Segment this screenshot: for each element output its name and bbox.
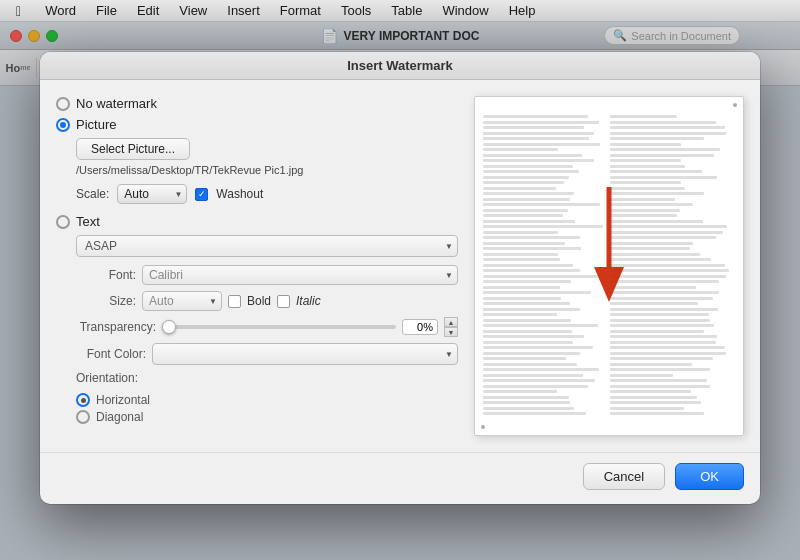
diagonal-label: Diagonal <box>96 410 143 424</box>
orientation-label: Orientation: <box>76 371 138 385</box>
preview-left-column <box>483 115 603 418</box>
text-radio-row: Text <box>56 214 458 229</box>
checkmark-icon: ✓ <box>198 189 206 199</box>
menu-window[interactable]: Window <box>434 0 496 22</box>
menu-format[interactable]: Format <box>272 0 329 22</box>
size-dropdown[interactable]: Auto ▼ <box>142 291 222 311</box>
size-row: Size: Auto ▼ Bold Italic <box>76 291 458 311</box>
cancel-button[interactable]: Cancel <box>583 463 665 490</box>
menu-file[interactable]: File <box>88 0 125 22</box>
horizontal-label: Horizontal <box>96 393 150 407</box>
picture-radio-row: Picture <box>56 117 458 132</box>
transparency-stepper[interactable]: ▲ ▼ <box>444 317 458 337</box>
scale-value: Auto <box>124 187 149 201</box>
text-dropdown-row: ASAP ▼ <box>76 235 458 257</box>
preview-right-column <box>610 115 735 418</box>
orientation-section: Orientation: Horizontal Diagonal <box>76 371 458 424</box>
scale-dropdown[interactable]: Auto ▼ <box>117 184 187 204</box>
file-path-display: /Users/melissa/Desktop/TR/TekRevue Pic1.… <box>76 164 458 176</box>
color-dropdown-arrow-icon: ▼ <box>445 350 453 359</box>
dialog-right-panel <box>474 96 744 436</box>
size-value: Auto <box>149 294 174 308</box>
menu-bar:  Word File Edit View Insert Format Tool… <box>0 0 800 22</box>
washout-label: Washout <box>216 187 263 201</box>
text-value: ASAP <box>85 239 117 253</box>
slider-thumb[interactable] <box>162 320 176 334</box>
scale-label: Scale: <box>76 187 109 201</box>
font-dropdown-arrow-icon: ▼ <box>445 271 453 280</box>
transparency-label: Transparency: <box>76 320 156 334</box>
select-picture-button[interactable]: Select Picture... <box>76 138 190 160</box>
diagonal-option: Diagonal <box>76 410 458 424</box>
scale-arrow-icon: ▼ <box>174 190 182 199</box>
svg-marker-1 <box>594 267 624 302</box>
dialog-body: No watermark Picture Select Picture... /… <box>40 80 760 452</box>
text-radio[interactable] <box>56 215 70 229</box>
dialog-title: Insert Watermark <box>347 58 453 73</box>
picture-label: Picture <box>76 117 116 132</box>
insert-watermark-dialog: Insert Watermark No watermark Picture <box>40 52 760 504</box>
font-dropdown[interactable]: Calibri ▼ <box>142 265 458 285</box>
preview-corner-mark-bottom <box>481 425 485 429</box>
transparency-input[interactable] <box>402 319 438 335</box>
horizontal-option: Horizontal <box>76 393 458 407</box>
watermark-preview <box>474 96 744 436</box>
menu-edit[interactable]: Edit <box>129 0 167 22</box>
menu-help[interactable]: Help <box>501 0 544 22</box>
picture-section: Select Picture... /Users/melissa/Desktop… <box>76 138 458 204</box>
ok-button[interactable]: OK <box>675 463 744 490</box>
dialog-footer: Cancel OK <box>40 452 760 504</box>
text-value-dropdown[interactable]: ASAP ▼ <box>76 235 458 257</box>
font-row: Font: Calibri ▼ <box>76 265 458 285</box>
size-label: Size: <box>76 294 136 308</box>
menu-table[interactable]: Table <box>383 0 430 22</box>
preview-corner-mark-top <box>733 103 737 107</box>
dialog-titlebar: Insert Watermark <box>40 52 760 80</box>
bold-checkbox[interactable] <box>228 295 241 308</box>
font-color-dropdown[interactable]: ▼ <box>152 343 458 365</box>
size-dropdown-arrow-icon: ▼ <box>209 297 217 306</box>
stepper-down-button[interactable]: ▼ <box>444 327 458 337</box>
diagonal-radio[interactable] <box>76 410 90 424</box>
text-label: Text <box>76 214 100 229</box>
transparency-slider[interactable] <box>162 325 396 329</box>
font-color-label: Font Color: <box>76 347 146 361</box>
menu-tools[interactable]: Tools <box>333 0 379 22</box>
scale-row: Scale: Auto ▼ ✓ Washout <box>76 184 458 204</box>
apple-menu[interactable]:  <box>8 0 29 22</box>
no-watermark-label: No watermark <box>76 96 157 111</box>
dialog-overlay: Insert Watermark No watermark Picture <box>0 22 800 560</box>
menu-word[interactable]: Word <box>37 0 84 22</box>
menu-view[interactable]: View <box>171 0 215 22</box>
bold-label: Bold <box>247 294 271 308</box>
horizontal-radio[interactable] <box>76 393 90 407</box>
transparency-row: Transparency: ▲ ▼ <box>76 317 458 337</box>
font-label: Font: <box>76 268 136 282</box>
picture-radio[interactable] <box>56 118 70 132</box>
no-watermark-row: No watermark <box>56 96 458 111</box>
text-dropdown-arrow-icon: ▼ <box>445 242 453 251</box>
no-watermark-radio[interactable] <box>56 97 70 111</box>
font-value: Calibri <box>149 268 183 282</box>
stepper-up-button[interactable]: ▲ <box>444 317 458 327</box>
preview-watermark-arrow <box>594 187 624 307</box>
washout-checkbox[interactable]: ✓ <box>195 188 208 201</box>
dialog-left-panel: No watermark Picture Select Picture... /… <box>56 96 458 436</box>
italic-label: Italic <box>296 294 321 308</box>
italic-checkbox[interactable] <box>277 295 290 308</box>
menu-insert[interactable]: Insert <box>219 0 268 22</box>
font-color-row: Font Color: ▼ <box>76 343 458 365</box>
